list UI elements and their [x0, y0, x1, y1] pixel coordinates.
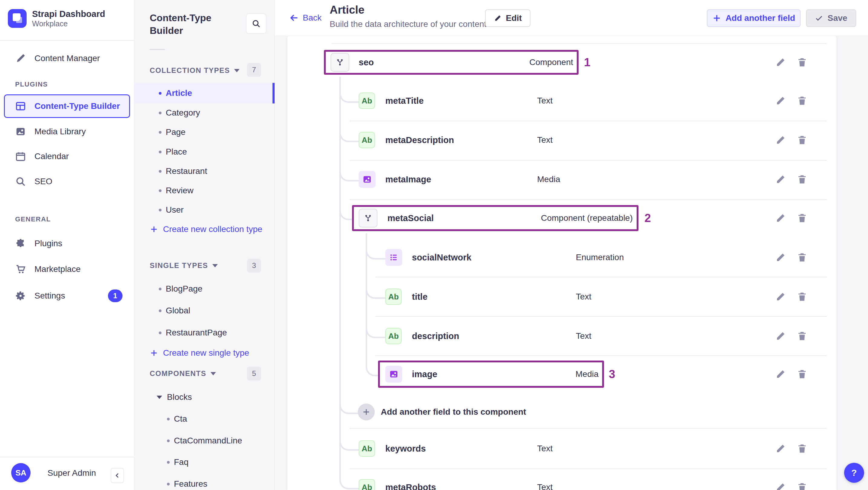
- back-link[interactable]: Back: [289, 0, 321, 36]
- help-button[interactable]: ?: [844, 463, 864, 483]
- text-field-icon: Ab: [359, 479, 375, 490]
- delete-field-icon[interactable]: [797, 252, 807, 263]
- edit-field-icon[interactable]: [775, 331, 786, 341]
- add-another-field-button[interactable]: Add another field: [707, 9, 801, 27]
- bullet-icon: [159, 92, 161, 95]
- edit-field-icon[interactable]: [775, 443, 786, 454]
- edit-field-icon[interactable]: [775, 57, 786, 68]
- component-faq[interactable]: Faq: [134, 453, 275, 472]
- sidebar-divider: [0, 40, 134, 41]
- user-avatar[interactable]: SA: [11, 463, 31, 483]
- bullet-icon: [159, 288, 161, 290]
- single-type-restaurantpage[interactable]: RestaurantPage: [134, 323, 275, 342]
- search-icon: [252, 19, 261, 28]
- field-row-keywords: Ab keywords Text: [287, 429, 837, 468]
- page-subtitle: Build the data architecture of your cont…: [330, 19, 486, 29]
- sidebar-item-content-type-builder[interactable]: Content-Type Builder: [4, 94, 130, 118]
- component-features[interactable]: Features: [134, 474, 275, 490]
- bullet-icon: [167, 461, 170, 464]
- caret-down-icon: [157, 396, 162, 399]
- bullet-icon: [159, 131, 161, 134]
- collection-type-review[interactable]: Review: [134, 181, 275, 200]
- brand-name: Strapi Dashboard: [32, 9, 105, 19]
- plugins-section-label: PLUGINS: [15, 81, 48, 88]
- caret-down-icon: [234, 69, 240, 72]
- component-ctacommandline[interactable]: CtaCommandLine: [134, 431, 275, 450]
- field-row-title: Ab title Text: [287, 277, 837, 316]
- caret-down-icon: [211, 372, 216, 375]
- page-title: Article: [330, 4, 365, 16]
- picture-icon: [15, 126, 26, 137]
- sidebar-item-label: SEO: [34, 177, 52, 186]
- edit-field-icon[interactable]: [775, 291, 786, 302]
- back-arrow-icon: [289, 13, 299, 23]
- collection-type-article[interactable]: Article: [134, 83, 275, 103]
- sidebar-item-plugins[interactable]: Plugins: [0, 234, 134, 253]
- bullet-icon: [159, 170, 161, 173]
- brand[interactable]: Strapi Dashboard Workplace: [8, 8, 105, 28]
- components-group-blocks[interactable]: Blocks: [134, 388, 275, 407]
- create-collection-type-link[interactable]: Create new collection type: [134, 220, 275, 239]
- component-cta[interactable]: Cta: [134, 409, 275, 429]
- collapse-sidebar-button[interactable]: [111, 468, 124, 483]
- field-row-metasocial: metaSocial Component (repeatable) 2: [287, 198, 837, 238]
- general-section-label: GENERAL: [15, 215, 51, 223]
- sidebar-item-label: Marketplace: [34, 264, 81, 274]
- delete-field-icon[interactable]: [797, 213, 807, 223]
- collection-type-restaurant[interactable]: Restaurant: [134, 161, 275, 181]
- user-name: Super Admin: [48, 468, 96, 478]
- edit-field-icon[interactable]: [775, 369, 786, 379]
- edit-field-icon[interactable]: [775, 174, 786, 185]
- delete-field-icon[interactable]: [797, 57, 807, 68]
- delete-field-icon[interactable]: [797, 291, 807, 302]
- bullet-icon: [159, 189, 161, 192]
- plus-circle-icon[interactable]: [358, 403, 375, 421]
- collection-type-category[interactable]: Category: [134, 103, 275, 123]
- sidebar-item-content-manager[interactable]: Content Manager: [0, 49, 134, 68]
- edit-field-icon[interactable]: [775, 213, 786, 223]
- plus-icon: [150, 349, 158, 357]
- collection-type-page[interactable]: Page: [134, 123, 275, 142]
- sidebar-footer-divider: [0, 457, 134, 457]
- bullet-icon: [159, 332, 161, 334]
- edit-field-icon[interactable]: [775, 134, 786, 146]
- edit-field-icon[interactable]: [775, 482, 786, 490]
- search-button[interactable]: [246, 13, 267, 34]
- bullet-icon: [159, 209, 161, 211]
- text-field-icon: Ab: [359, 440, 375, 457]
- sidebar-item-media-library[interactable]: Media Library: [0, 122, 134, 141]
- edit-field-icon[interactable]: [775, 95, 786, 106]
- bullet-icon: [167, 439, 170, 442]
- sidebar-item-marketplace[interactable]: Marketplace: [0, 259, 134, 279]
- delete-field-icon[interactable]: [797, 443, 807, 454]
- delete-field-icon[interactable]: [797, 482, 807, 490]
- add-field-to-component-row[interactable]: Add another field to this component: [287, 392, 837, 432]
- edit-button[interactable]: Edit: [485, 9, 530, 27]
- sidebar-item-calendar[interactable]: Calendar: [0, 147, 134, 166]
- brand-workspace: Workplace: [32, 19, 105, 28]
- create-single-type-link[interactable]: Create new single type: [134, 343, 275, 363]
- enumeration-field-icon: [385, 249, 402, 266]
- collection-type-user[interactable]: User: [134, 200, 275, 220]
- sidebar-item-settings[interactable]: Settings 1: [0, 286, 134, 306]
- delete-field-icon[interactable]: [797, 134, 807, 146]
- single-type-blogpage[interactable]: BlogPage: [134, 279, 275, 299]
- bullet-icon: [167, 483, 170, 486]
- delete-field-icon[interactable]: [797, 174, 807, 185]
- collection-type-place[interactable]: Place: [134, 142, 275, 161]
- magnifier-icon: [15, 176, 26, 187]
- sidebar-item-label: Calendar: [34, 152, 69, 161]
- media-field-icon: [359, 171, 376, 188]
- single-type-global[interactable]: Global: [134, 301, 275, 320]
- field-row-metaimage: metaImage Media: [287, 160, 837, 199]
- bullet-icon: [167, 418, 170, 421]
- sidebar-item-seo[interactable]: SEO: [0, 172, 134, 191]
- save-button[interactable]: Save: [806, 9, 856, 27]
- text-field-icon: Ab: [359, 132, 375, 148]
- edit-field-icon[interactable]: [775, 252, 786, 263]
- delete-field-icon[interactable]: [797, 331, 807, 341]
- bullet-icon: [159, 112, 161, 114]
- delete-field-icon[interactable]: [797, 369, 807, 379]
- delete-field-icon[interactable]: [797, 95, 807, 106]
- sidebar-item-label: Plugins: [34, 239, 62, 248]
